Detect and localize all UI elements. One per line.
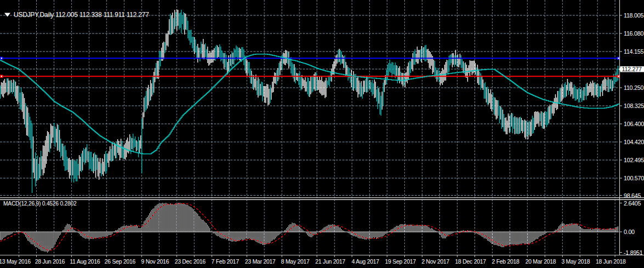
svg-text:7 Feb 2017: 7 Feb 2017 — [211, 258, 239, 265]
svg-text:3 May 2018: 3 May 2018 — [561, 258, 590, 265]
svg-text:114.155: 114.155 — [624, 48, 643, 55]
svg-text:2 Feb 2018: 2 Feb 2018 — [492, 258, 520, 265]
svg-text:23 Dec 2016: 23 Dec 2016 — [174, 258, 206, 265]
svg-text:2.6405: 2.6405 — [624, 200, 641, 207]
svg-text:116.080: 116.080 — [624, 30, 643, 37]
svg-text:26 Sep 2016: 26 Sep 2016 — [105, 258, 136, 265]
svg-text:4 Aug 2017: 4 Aug 2017 — [352, 258, 380, 265]
svg-text:106.400: 106.400 — [624, 121, 644, 127]
svg-text:118.005: 118.005 — [624, 12, 643, 19]
svg-text:USDJPY,Daily 112.005 112.338: USDJPY,Daily 112.005 112.338 111.911 112… — [14, 11, 149, 19]
svg-text:19 Sep 2017: 19 Sep 2017 — [385, 258, 416, 265]
svg-text:28 Jun 2016: 28 Jun 2016 — [35, 258, 65, 265]
svg-text:11 Aug 2016: 11 Aug 2016 — [70, 258, 100, 265]
svg-text:98.645: 98.645 — [624, 192, 641, 199]
svg-text:104.420: 104.420 — [624, 139, 644, 145]
svg-text:18 Dec 2017: 18 Dec 2017 — [455, 258, 487, 265]
svg-text:13 May 2016: 13 May 2016 — [0, 258, 31, 265]
svg-text:18 Jun 2018: 18 Jun 2018 — [596, 258, 626, 265]
svg-text:23 Mar 2017: 23 Mar 2017 — [245, 258, 275, 265]
svg-text:-1.8951: -1.8951 — [624, 249, 643, 256]
svg-text:108.325: 108.325 — [624, 102, 644, 109]
svg-text:2 Nov 2017: 2 Nov 2017 — [421, 258, 449, 265]
svg-text:112.277: 112.277 — [622, 66, 642, 72]
svg-text:MACD(12,26,9) 0.4526 0.2802: MACD(12,26,9) 0.4526 0.2802 — [3, 201, 77, 207]
svg-text:100.570: 100.570 — [624, 175, 644, 181]
svg-text:20 Mar 2018: 20 Mar 2018 — [526, 258, 556, 265]
svg-text:9 Nov 2016: 9 Nov 2016 — [141, 258, 169, 265]
svg-text:110.250: 110.250 — [624, 84, 643, 91]
svg-text:21 Jun 2017: 21 Jun 2017 — [315, 258, 346, 265]
svg-text:8 May 2017: 8 May 2017 — [281, 258, 309, 265]
svg-text:0.00: 0.00 — [624, 229, 635, 235]
svg-text:102.495: 102.495 — [624, 157, 644, 163]
